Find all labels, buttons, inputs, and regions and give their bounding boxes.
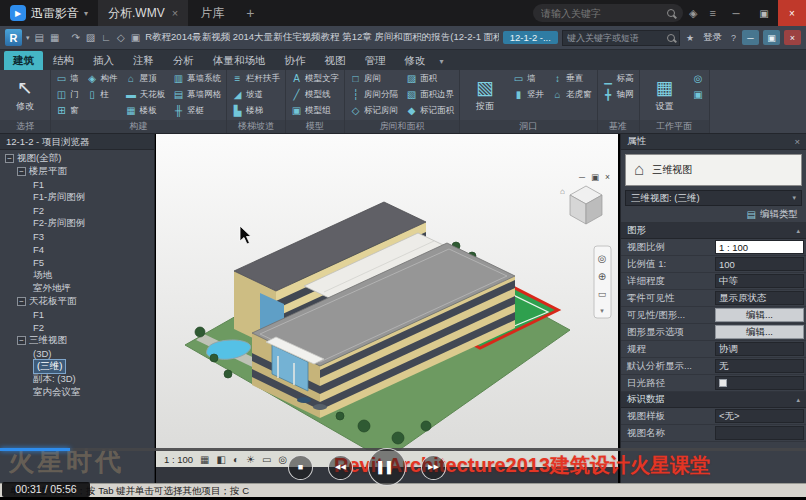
close-icon[interactable]: × — [794, 136, 800, 147]
ramp-button[interactable]: ◢坡道 — [229, 87, 283, 102]
model-text-button[interactable]: A模型文字 — [288, 71, 342, 86]
favorites-icon[interactable]: ★ — [684, 33, 696, 43]
room-separator-button[interactable]: ┆房间分隔 — [347, 87, 401, 102]
tab-analyze[interactable]: 分析 — [164, 51, 203, 70]
tree-item[interactable]: 副本: (3D) — [0, 373, 154, 386]
chevron-down-icon[interactable]: ▾ — [436, 57, 449, 70]
panel-label-select[interactable]: 选择 — [0, 120, 50, 133]
tree-item[interactable]: F4 — [0, 243, 154, 256]
tree-item[interactable]: −楼层平面 — [0, 165, 154, 178]
default-3d-view-icon[interactable]: ▣ — [130, 32, 141, 43]
component-button[interactable]: ◈构件 — [84, 71, 121, 86]
open-icon[interactable]: ▤ — [34, 32, 45, 43]
collapse-icon[interactable]: − — [5, 154, 14, 163]
tree-item[interactable]: F1 — [0, 178, 154, 191]
property-value[interactable] — [715, 426, 804, 440]
tab-modify[interactable]: 修改 — [396, 51, 435, 70]
close-button[interactable]: × — [778, 0, 806, 26]
wall-button[interactable]: ▭墙 — [53, 71, 82, 86]
panel-label-stairs[interactable]: 楼梯坡道 — [227, 120, 285, 133]
area-boundary-button[interactable]: ▧面积边界 — [403, 87, 457, 102]
tab-annotate[interactable]: 注释 — [124, 51, 163, 70]
tree-item[interactable]: 室内会议室 — [0, 386, 154, 399]
set-workplane-button[interactable]: ▦ 设置 — [642, 71, 688, 119]
tab-architecture[interactable]: 建筑 — [4, 51, 43, 70]
tree-item[interactable]: F1-房间图例 — [0, 191, 154, 204]
tree-item[interactable]: −天花板平面 — [0, 295, 154, 308]
section-graphics[interactable]: 图形 ▴ — [621, 223, 806, 239]
tree-item[interactable]: F1 — [0, 308, 154, 321]
tag-area-button[interactable]: ◆标记面积 — [403, 103, 457, 118]
dormer-button[interactable]: ⌂老虎窗 — [549, 87, 595, 102]
tab-structure[interactable]: 结构 — [44, 51, 83, 70]
collapse-icon[interactable]: − — [17, 167, 26, 176]
search-icon[interactable] — [667, 9, 675, 17]
edit-button[interactable]: 编辑... — [715, 308, 804, 322]
redo-icon[interactable]: ↷ — [70, 32, 80, 43]
tree-item[interactable]: −三维视图 — [0, 334, 154, 347]
panel-label-workplane[interactable]: 工作平面 — [640, 120, 709, 133]
tree-item-selected[interactable]: (三维) — [0, 360, 154, 373]
save-icon[interactable]: ▦ — [49, 32, 60, 43]
model-group-button[interactable]: ▣模型组 — [288, 103, 342, 118]
measure-icon[interactable]: ∟ — [100, 32, 112, 43]
column-button[interactable]: ▯柱 — [84, 87, 121, 102]
tree-item[interactable]: F5 — [0, 256, 154, 269]
opening-by-face-button[interactable]: ▧ 按面 — [462, 71, 508, 119]
sun-path-icon[interactable]: ☀ — [246, 454, 255, 465]
search-icon[interactable] — [667, 34, 675, 42]
player-search[interactable] — [533, 4, 683, 22]
tag-room-button[interactable]: ◇标记房间 — [347, 103, 401, 118]
drawing-area[interactable]: ⌂ ◎ ⊕ ▭ ▾ ─ ▣ × — [156, 134, 618, 450]
tree-item[interactable]: F3 — [0, 230, 154, 243]
level-button[interactable]: ▁标高 — [600, 71, 637, 86]
area-button[interactable]: ▨面积 — [403, 71, 457, 86]
revit-close-button[interactable]: × — [784, 30, 801, 45]
ceiling-button[interactable]: ▬天花板 — [123, 87, 169, 102]
property-value[interactable]: 1 : 100 — [715, 240, 804, 254]
visual-style-icon[interactable]: ◧ — [217, 454, 226, 465]
player-menu-button[interactable]: ▶ 迅雷影音 ▾ — [0, 5, 98, 22]
detail-level-icon[interactable]: ▦ — [200, 454, 209, 465]
edit-type-button[interactable]: 编辑类型 — [760, 208, 798, 221]
maximize-button[interactable]: ▣ — [750, 0, 778, 26]
infocenter-search-input[interactable] — [567, 33, 664, 43]
railing-button[interactable]: ≡栏杆扶手 — [229, 71, 283, 86]
tab-manage[interactable]: 管理 — [356, 51, 395, 70]
project-browser-header[interactable]: 12-1-2 - 项目浏览器 — [0, 134, 154, 150]
navigation-bar[interactable]: ◎ ⊕ ▭ ▾ — [594, 246, 611, 318]
property-value[interactable]: 协调 — [715, 342, 804, 356]
zoom-icon[interactable]: ⊕ — [598, 271, 606, 282]
tab-view[interactable]: 视图 — [316, 51, 355, 70]
vip-icon[interactable]: ◈ — [683, 7, 703, 20]
tree-item[interactable]: F2 — [0, 321, 154, 334]
infocenter-search[interactable] — [562, 30, 680, 46]
edit-button[interactable]: 编辑... — [715, 325, 804, 339]
new-tab-button[interactable]: + — [236, 5, 264, 21]
wall-opening-button[interactable]: ▭墙 — [510, 71, 547, 86]
next-button[interactable]: ▶▶ — [421, 455, 446, 480]
window-button[interactable]: ⊞窗 — [53, 103, 82, 118]
tag-icon[interactable]: ◇ — [116, 32, 126, 43]
player-tab-current[interactable]: 分析.WMV × — [98, 0, 188, 26]
modify-button[interactable]: ↖ 修改 — [2, 71, 48, 119]
tree-item[interactable]: 场地 — [0, 269, 154, 282]
workplane-viewer-button[interactable]: ▣ — [690, 87, 707, 102]
door-button[interactable]: ◫门 — [53, 87, 82, 102]
previous-button[interactable]: ◀◀ — [328, 455, 353, 480]
viewcube-home-icon[interactable]: ⌂ — [560, 187, 565, 196]
panel-label-model[interactable]: 模型 — [286, 120, 344, 133]
player-tab-library[interactable]: 片库 — [188, 5, 236, 22]
vertical-opening-button[interactable]: ↕垂直 — [549, 71, 595, 86]
panel-label-build[interactable]: 构建 — [51, 120, 226, 133]
print-icon[interactable]: ▨ — [85, 32, 96, 43]
property-value[interactable]: 无 — [715, 359, 804, 373]
tab-massing-site[interactable]: 体量和场地 — [204, 51, 275, 70]
stop-button[interactable]: ■ — [288, 455, 313, 480]
mullion-button[interactable]: ╫竖梃 — [170, 103, 224, 118]
roof-button[interactable]: ⌂屋顶 — [123, 71, 169, 86]
property-value[interactable]: <无> — [715, 409, 804, 423]
revit-logo[interactable]: R — [5, 29, 22, 46]
shaft-button[interactable]: ▮竖井 — [510, 87, 547, 102]
chevron-down-icon[interactable]: ▾ — [26, 34, 30, 42]
